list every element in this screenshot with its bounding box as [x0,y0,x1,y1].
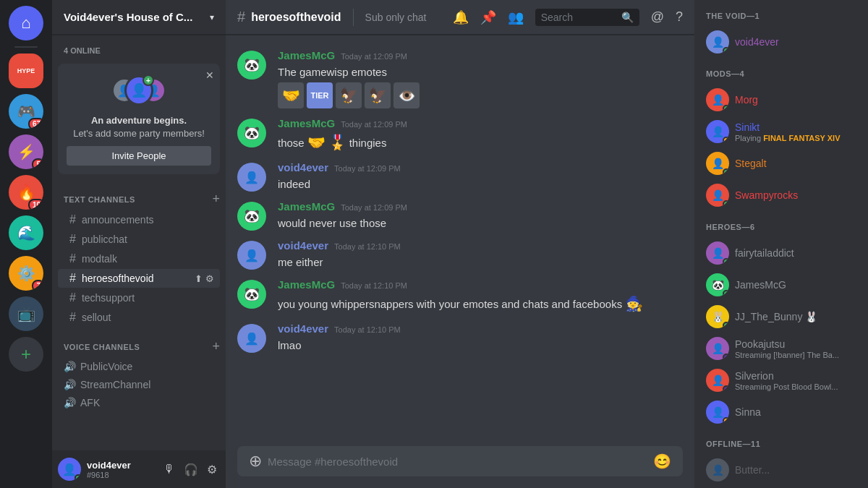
channel-list: 4 ONLINE ✕ 👤 👤 + 👤 ✦ ✦ An adventure begi… [52,35,226,450]
message-content: void4ever Today at 12:10 PM lmao [278,322,683,353]
message-text: those 🤝 🎖️ thingies [278,132,683,153]
voice-channel-afk[interactable]: 🔊 AFK [52,394,226,411]
member-sinna[interactable]: 👤 Sinna [700,396,862,428]
search-placeholder: Search [541,12,616,23]
upload-icon[interactable]: ⬆ [195,273,203,284]
member-info: fairytailaddict [735,247,856,259]
channel-announcements[interactable]: # announcements [58,210,220,229]
member-stegalt[interactable]: 👤 Stegalt [700,147,862,179]
notification-bell-icon[interactable]: 🔔 [453,9,469,25]
voice-icon: 🔊 [64,397,76,408]
help-icon[interactable]: ? [676,9,683,25]
voice-channel-publicvoice[interactable]: 🔊 PublicVoice [52,358,226,375]
search-bar[interactable]: Search 🔍 [535,9,639,26]
search-icon: 🔍 [621,12,634,23]
channel-sellout[interactable]: # sellout [58,308,220,327]
message-author: void4ever [278,161,328,174]
message-author: JamesMcG [278,117,335,129]
mute-button[interactable]: 🎙 [161,460,178,479]
member-avatar: 👤 [706,184,729,207]
channel-heroesofthevoid[interactable]: # heroesofthevoid ⬆ ⚙ [58,269,220,288]
voice-channel-streamchannel[interactable]: 🔊 StreamChannel [52,376,226,393]
server-icon-3[interactable]: ⚡ 5 [9,134,43,169]
member-jj-the-bunny[interactable]: 🐰 JJ_The_Bunny 🐰 [700,301,862,333]
online-status-dot [723,322,729,328]
idle-status-dot [723,417,729,424]
member-info: Silverion Streaming Post Blood Bowl... [735,370,856,391]
message-input[interactable] [268,447,647,476]
online-status-dot [75,474,81,481]
add-voice-channel-icon[interactable]: + [212,339,220,354]
emoji-picker-icon[interactable]: 😊 [653,453,671,470]
channel-techsupport[interactable]: # techsupport [58,288,220,307]
attach-plus-icon[interactable]: ⊕ [249,446,262,476]
member-swampyrocks[interactable]: 👤 Swampyrocks [700,179,862,211]
pin-icon[interactable]: 📌 [480,9,496,25]
member-fairytailaddict[interactable]: 👤 fairytailaddict [700,237,862,269]
server-name: Void4ever's House of C... [64,11,192,23]
text-channels-header[interactable]: TEXT CHANNELS + [52,180,226,210]
user-area: 👤 void4ever #9618 🎙 🎧 ⚙ [52,450,226,488]
message-group: 👤 void4ever Today at 12:10 PM lmao [226,320,694,356]
server-icon-4[interactable]: 🔥 10 [9,175,43,210]
notification-badge: 67 [28,118,43,129]
member-name: Butter... [735,464,856,476]
emote-box: 👁️ [393,82,420,108]
member-pookajutsu[interactable]: 👤 Pookajutsu Streaming [!banner] The Ba.… [700,333,862,364]
invite-subtitle: Let's add some party members! [73,128,205,139]
message-content: void4ever Today at 12:10 PM me either [278,239,683,270]
message-text: indeed [278,176,683,192]
emote-box: 🦅 [365,82,391,108]
member-name: void4ever [735,36,856,48]
server-icon-2[interactable]: 🎮 67 [9,94,43,129]
voice-channels-label: VOICE CHANNELS [64,343,140,351]
voice-icon: 🔊 [64,379,76,390]
message-text: lmao [278,338,683,353]
member-avatar: 👤 [706,152,729,175]
hash-icon: # [69,272,76,285]
channel-publicchat[interactable]: # publicchat [58,230,220,249]
member-sinikt[interactable]: 👤 Sinikt Playing FINAL FANTASY XIV [700,116,862,147]
message-timestamp: Today at 12:10 PM [334,325,401,334]
member-void4ever[interactable]: 👤 void4ever [700,26,862,58]
member-silverion[interactable]: 👤 Silverion Streaming Post Blood Bowl... [700,364,862,396]
message-timestamp: Today at 12:09 PM [341,203,407,212]
message-content: void4ever Today at 12:09 PM indeed [278,161,683,192]
message-word: those [278,135,305,150]
member-name: Sinikt [735,121,856,133]
settings-icon[interactable]: ⚙ [205,273,214,284]
channel-description: Sub only chat [365,12,447,23]
channel-name: publicchat [82,234,214,245]
add-channel-icon[interactable]: + [212,192,220,207]
voice-channels-header[interactable]: VOICE CHANNELS + [52,328,226,357]
voice-channel-name: AFK [80,397,100,408]
server-icon-hype[interactable]: HYPE [9,53,43,88]
home-button[interactable]: ⌂ [9,6,43,40]
message-group: 🐼 JamesMcG Today at 12:09 PM those 🤝 🎖️ … [226,114,694,155]
deafen-button[interactable]: 🎧 [181,460,201,479]
message-text: The gamewisp emotes [278,64,683,80]
at-icon[interactable]: @ [651,9,664,25]
server-icon-7[interactable]: 📺 [9,296,43,331]
message-header: JamesMcG Today at 12:09 PM [278,117,683,129]
invite-people-button[interactable]: Invite People [67,146,211,166]
member-morg[interactable]: 👤 Morg [700,84,862,116]
message-group: 🐼 JamesMcG Today at 12:09 PM The gamewis… [226,46,694,111]
member-avatar: 👤 [706,120,729,143]
message-timestamp: Today at 12:09 PM [341,120,407,129]
member-butter[interactable]: 👤 Butter... [700,454,862,486]
user-settings-button[interactable]: ⚙ [204,460,220,479]
member-jamesmcg[interactable]: 🐼 JamesMcG [700,269,862,301]
message-avatar: 🐼 [237,119,266,147]
server-icon-5[interactable]: 🌊 [9,215,43,250]
channel-modtalk[interactable]: # modtalk [58,249,220,268]
member-name: JJ_The_Bunny 🐰 [735,311,856,322]
avatar-group: 👤 👤 + 👤 ✦ ✦ [67,72,211,108]
server-header[interactable]: Void4ever's House of C... ▾ [52,0,226,35]
server-icon-6[interactable]: ⚙️ 7 [9,256,43,291]
message-author: void4ever [278,322,328,335]
add-server-button[interactable]: + [9,337,43,372]
members-icon[interactable]: 👥 [508,9,524,25]
message-content: JamesMcG Today at 12:10 PM you young whi… [278,278,683,314]
message-avatar: 🐼 [237,202,266,231]
